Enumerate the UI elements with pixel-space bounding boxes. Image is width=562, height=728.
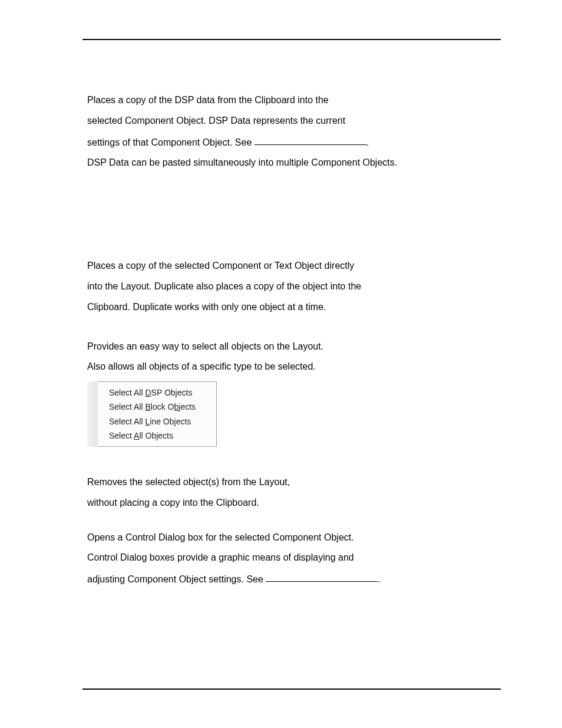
menu-item-select-all[interactable]: Select All Objects [109,429,216,443]
body-text: Opens a Control Dialog box for the selec… [87,532,497,544]
document-page: Places a copy of the DSP data from the C… [0,0,562,728]
menu-item-select-block[interactable]: Select All Block Objects [109,400,216,414]
body-text: without placing a copy into the Clipboar… [87,497,497,509]
body-text: settings of that Component Object. See [87,137,254,147]
select-all-section: Provides an easy way to select all objec… [87,341,497,447]
body-text: Clipboard. Duplicate works with only one… [87,301,497,314]
spacer [87,453,497,476]
body-text: adjusting Component Object settings. See [87,574,266,584]
body-text: Places a copy of the selected Component … [87,260,497,272]
menu-mnemonic: A [134,431,139,440]
body-text: adjusting Component Object settings. See… [87,572,497,586]
menu-item-select-line[interactable]: Select All Line Objects [109,414,216,429]
select-all-menu: Select All DSP Objects Select All Block … [87,381,497,447]
menu-item-label: Select All [109,402,145,411]
menu-item-label: ine Objects [150,417,191,426]
body-text: Also allows all objects of a specific ty… [87,361,497,373]
menu-item-label: Select All [109,388,145,397]
body-text: . [366,137,369,147]
footer-rule [82,689,501,690]
menu-item-label: ll Objects [139,431,173,440]
spacer [87,189,497,260]
content-area: Places a copy of the DSP data from the C… [87,94,497,606]
body-text: selected Component Object. DSP Data repr… [87,115,497,127]
body-text: DSP Data can be pasted simultaneously in… [87,157,497,169]
menu-item-label: lock O [151,402,174,411]
body-text: Provides an easy way to select all objec… [87,341,497,353]
body-text: . [378,574,380,584]
header-rule [82,39,501,40]
paste-dsp-section: Places a copy of the DSP data from the C… [87,94,497,169]
body-text: Control Dialog boxes provide a graphic m… [87,552,497,564]
duplicate-section: Places a copy of the selected Component … [87,260,497,313]
body-text: Places a copy of the DSP data from the C… [87,94,497,107]
menu-item-label: SP Objects [151,388,193,397]
spacer [87,334,497,341]
menu-item-select-dsp[interactable]: Select All DSP Objects [109,386,216,400]
control-dialog-section: Opens a Control Dialog box for the selec… [87,532,497,586]
cross-reference-link[interactable] [266,572,378,582]
cross-reference-link[interactable] [254,135,366,145]
menu-item-label: Select [109,431,134,440]
menu-mnemonic: D [145,388,151,397]
menu-mnemonic: B [145,402,150,411]
body-text: into the Layout. Duplicate also places a… [87,281,497,293]
menu-item-label: jects [178,402,196,411]
body-text: settings of that Component Object. See . [87,136,497,149]
body-text: Removes the selected object(s) from the … [87,476,497,489]
delete-section: Removes the selected object(s) from the … [87,476,497,509]
menu-item-label: Select All [109,417,145,426]
